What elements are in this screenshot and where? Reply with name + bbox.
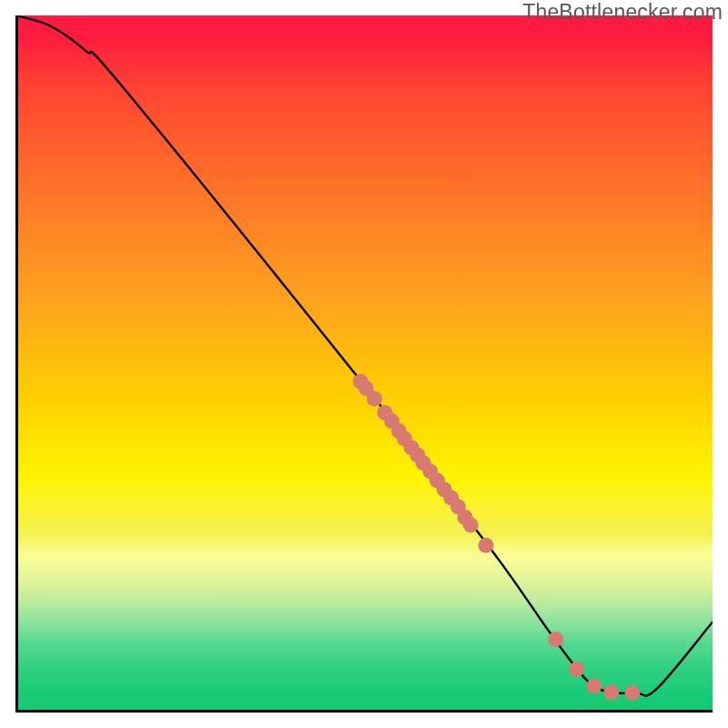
watermark-text: TheBottlenecker.com	[522, 0, 723, 25]
bottleneck-plot	[15, 15, 713, 713]
severity-gradient-background	[15, 15, 713, 713]
